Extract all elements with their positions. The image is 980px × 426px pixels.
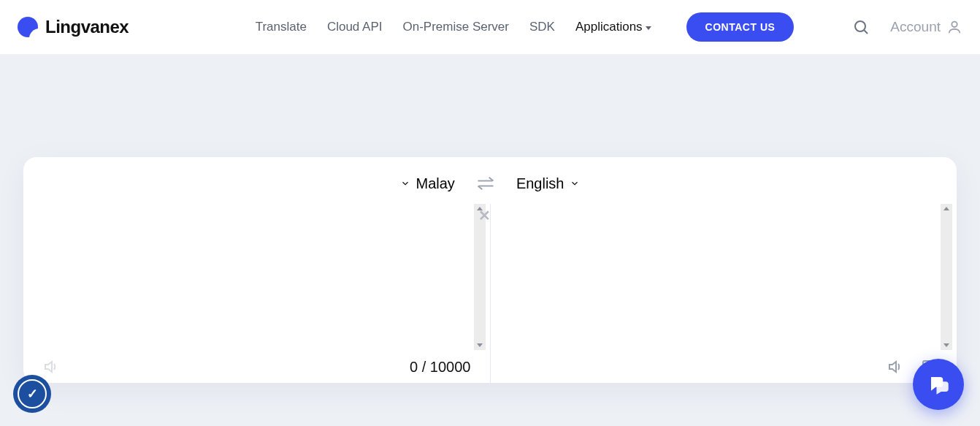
svg-point-2 — [952, 22, 957, 27]
scroll-down-icon — [943, 343, 949, 347]
source-pane: ✕ 0 / 10000 — [23, 204, 491, 383]
character-count: 0 / 10000 — [410, 359, 470, 376]
nav-applications-label: Applications — [575, 20, 643, 34]
user-icon — [946, 19, 962, 35]
search-icon[interactable] — [852, 18, 870, 36]
language-bar: Malay English — [23, 157, 957, 204]
chevron-down-icon — [400, 178, 410, 189]
chat-icon — [927, 373, 949, 395]
target-textarea — [510, 208, 938, 354]
scroll-up-icon — [943, 207, 949, 210]
svg-point-0 — [855, 21, 865, 31]
source-toolbar: 0 / 10000 — [42, 354, 471, 376]
speak-source-button[interactable] — [42, 358, 60, 376]
site-header: Lingvanex Translate Cloud API On-Premise… — [0, 0, 980, 55]
source-language-select[interactable]: Malay — [400, 175, 455, 192]
target-scrollbar[interactable] — [941, 204, 952, 350]
chevron-down-icon — [570, 178, 580, 189]
swap-languages-button[interactable] — [475, 173, 496, 194]
source-scrollbar[interactable] — [474, 204, 486, 350]
nav-cloud-api[interactable]: Cloud API — [327, 20, 383, 34]
account-link[interactable]: Account — [890, 19, 962, 35]
svg-line-1 — [865, 31, 868, 34]
logo-mark-icon — [18, 17, 38, 37]
target-language-label: English — [516, 175, 564, 192]
source-textarea[interactable] — [42, 208, 471, 354]
primary-nav: Translate Cloud API On-Premise Server SD… — [256, 12, 795, 42]
brand-logo[interactable]: Lingvanex — [18, 17, 129, 37]
nav-on-premise-server[interactable]: On-Premise Server — [402, 20, 508, 34]
nav-applications[interactable]: Applications — [575, 20, 651, 34]
account-label: Account — [890, 19, 941, 35]
brand-name: Lingvanex — [45, 17, 129, 37]
translation-panes: ✕ 0 / 10000 — [23, 204, 957, 383]
chat-widget-button[interactable] — [913, 359, 964, 410]
checkmark-icon: ✓ — [18, 379, 47, 408]
target-toolbar — [510, 354, 938, 376]
target-pane — [491, 204, 957, 383]
translator-card: Malay English ✕ 0 — [23, 157, 957, 383]
source-language-label: Malay — [416, 175, 455, 192]
privacy-badge-button[interactable]: ✓ — [13, 375, 51, 413]
contact-us-button[interactable]: CONTACT US — [686, 12, 795, 42]
clear-source-button[interactable]: ✕ — [478, 207, 491, 224]
speak-target-button[interactable] — [887, 358, 904, 376]
scroll-down-icon — [477, 343, 483, 347]
header-right: Account — [852, 18, 962, 36]
target-language-select[interactable]: English — [516, 175, 581, 192]
nav-translate[interactable]: Translate — [256, 20, 307, 34]
nav-sdk[interactable]: SDK — [529, 20, 555, 34]
chevron-down-icon — [646, 26, 651, 30]
